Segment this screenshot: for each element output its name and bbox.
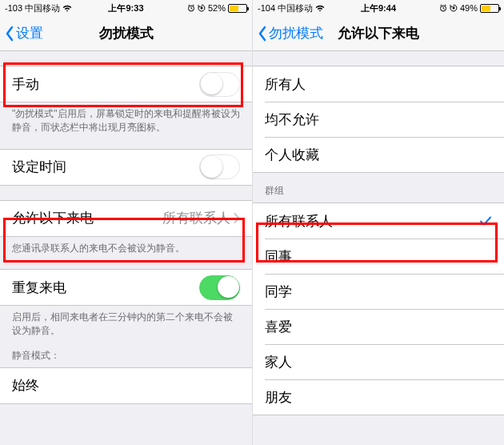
phone-dnd-settings: -103 中国移动 上午9:33 52% 设置 勿扰模式 手动 <box>0 0 252 445</box>
row-group-all-contacts[interactable]: 所有联系人 <box>253 203 504 239</box>
battery-percent: 52% <box>208 3 226 13</box>
chevron-left-icon <box>5 26 14 42</box>
row-group[interactable]: 同事 <box>253 239 504 274</box>
section-header-silence: 静音模式： <box>0 338 252 367</box>
row-label: 同事 <box>265 247 292 266</box>
battery-percent: 49% <box>460 3 478 13</box>
alarm-icon <box>187 4 195 12</box>
orientation-lock-icon <box>198 4 206 12</box>
signal-strength: -103 <box>5 3 22 13</box>
nav-back-label: 勿扰模式 <box>269 24 323 42</box>
nav-back-button[interactable]: 勿扰模式 <box>253 24 323 42</box>
row-label: 始终 <box>12 376 39 395</box>
row-group[interactable]: 喜爱 <box>253 309 504 344</box>
wifi-icon <box>315 5 325 12</box>
footer-allow-calls: 您通讯录联系人的来电不会被设为静音。 <box>0 237 252 255</box>
chevron-right-icon <box>234 213 240 223</box>
row-no-one[interactable]: 均不允许 <box>253 102 504 137</box>
row-schedule[interactable]: 设定时间 <box>0 150 252 185</box>
row-label: 重复来电 <box>12 279 66 297</box>
nav-bar: 设置 勿扰模式 <box>0 16 252 51</box>
row-label: 喜爱 <box>265 318 292 336</box>
orientation-lock-icon <box>450 4 458 12</box>
switch-repeated-calls[interactable] <box>199 275 240 300</box>
row-group[interactable]: 同学 <box>253 274 504 309</box>
nav-bar: 勿扰模式 允许以下来电 <box>253 16 504 51</box>
chevron-left-icon <box>258 26 267 42</box>
row-label: 家人 <box>265 353 292 371</box>
alarm-icon <box>439 4 447 12</box>
footer-manual: "勿扰模式"启用后，屏幕锁定时的来电和提醒将被设为静音，而状态栏中将出现月亮图标… <box>0 102 252 134</box>
nav-back-label: 设置 <box>16 24 43 42</box>
row-label: 均不允许 <box>265 110 319 129</box>
footer-repeated-calls: 启用后，相同来电者在三分钟内的第二个来电不会被设为静音。 <box>0 306 252 338</box>
status-bar: -103 中国移动 上午9:33 52% <box>0 0 252 16</box>
row-group[interactable]: 朋友 <box>253 379 504 415</box>
allow-calls-list: 所有人 均不允许 个人收藏 群组 所有联系人 同事 同学 <box>253 51 504 445</box>
row-label: 朋友 <box>265 388 292 407</box>
row-silence-always[interactable]: 始终 <box>0 368 252 403</box>
row-everyone[interactable]: 所有人 <box>253 66 504 102</box>
row-group[interactable]: 家人 <box>253 344 504 379</box>
row-label: 同学 <box>265 283 292 301</box>
row-label: 允许以下来电 <box>12 209 94 227</box>
switch-manual[interactable] <box>199 72 240 97</box>
settings-list: 手动 "勿扰模式"启用后，屏幕锁定时的来电和提醒将被设为静音，而状态栏中将出现月… <box>0 51 252 445</box>
nav-back-button[interactable]: 设置 <box>0 24 43 42</box>
row-label: 所有联系人 <box>265 212 333 231</box>
row-value: 所有联系人 <box>162 209 230 227</box>
switch-schedule[interactable] <box>199 154 240 179</box>
row-repeated-calls[interactable]: 重复来电 <box>0 270 252 305</box>
row-label: 个人收藏 <box>265 146 319 164</box>
checkmark-icon <box>479 214 492 227</box>
row-label: 所有人 <box>265 75 306 94</box>
battery-icon <box>228 4 247 13</box>
signal-strength: -104 <box>258 3 275 13</box>
row-manual[interactable]: 手动 <box>0 66 252 102</box>
battery-icon <box>480 4 499 13</box>
svg-rect-3 <box>453 7 455 9</box>
svg-rect-1 <box>201 7 203 9</box>
carrier-label: 中国移动 <box>25 2 60 14</box>
row-label: 设定时间 <box>12 158 66 176</box>
carrier-label: 中国移动 <box>278 2 313 14</box>
section-header-groups: 群组 <box>253 173 504 202</box>
wifi-icon <box>62 5 72 12</box>
row-allow-calls-from[interactable]: 允许以下来电 所有联系人 <box>0 201 252 236</box>
row-favorites[interactable]: 个人收藏 <box>253 137 504 172</box>
phone-allow-calls-from: -104 中国移动 上午9:44 49% 勿扰模式 允许以下来电 所有 <box>252 0 504 445</box>
row-label: 手动 <box>12 75 39 94</box>
status-bar: -104 中国移动 上午9:44 49% <box>253 0 504 16</box>
